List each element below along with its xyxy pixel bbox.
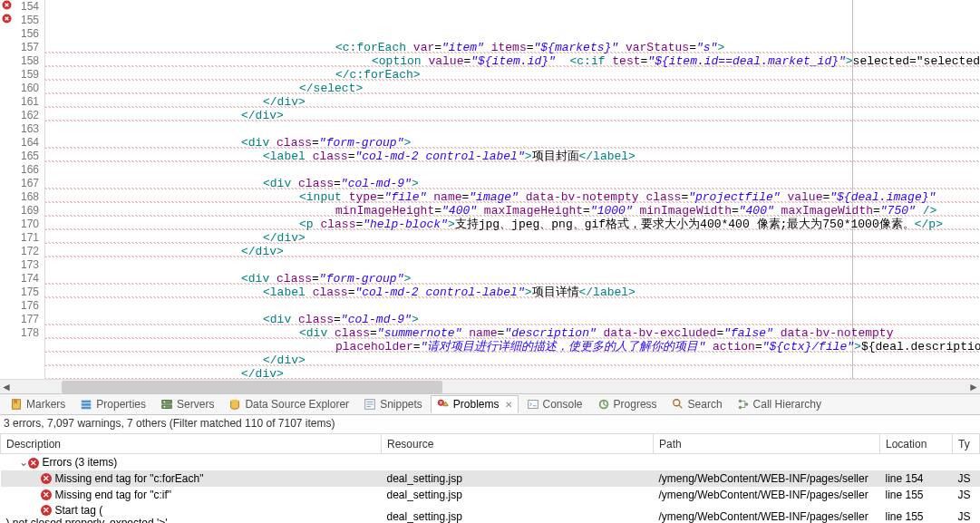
gutter-line[interactable]: 172 — [0, 245, 39, 258]
problems-group-row[interactable]: ⌄✕Errors (3 items) — [1, 454, 980, 470]
tab-servers[interactable]: Servers — [154, 395, 220, 413]
scrollbar-track[interactable] — [25, 381, 955, 393]
column-header[interactable]: Location — [880, 434, 953, 454]
gutter-line[interactable]: 159 — [0, 68, 39, 82]
code-line[interactable]: minImageHeight="400" maxImageHeight="100… — [45, 204, 980, 218]
code-line[interactable] — [45, 258, 980, 272]
tab-label: Progress — [614, 398, 657, 411]
scrollbar-thumb[interactable] — [62, 381, 442, 393]
code-line[interactable]: </div> — [45, 231, 980, 245]
problem-type: JS — [953, 487, 980, 503]
problem-desc: Missing end tag for "c:if" — [55, 489, 172, 501]
column-header[interactable]: Resource — [382, 434, 654, 454]
code-line[interactable]: </div> — [45, 367, 980, 379]
code-line[interactable]: <div class="form-group"> — [45, 272, 980, 286]
scroll-right-arrow[interactable]: ► — [967, 381, 980, 393]
gutter-line[interactable]: 170 — [0, 218, 39, 231]
gutter-line[interactable]: 154 — [0, 0, 39, 14]
gutter-line[interactable]: 171 — [0, 231, 39, 245]
svg-point-16 — [738, 400, 742, 403]
gutter-line[interactable]: 164 — [0, 136, 39, 150]
code-line[interactable]: </div> — [45, 245, 980, 258]
problems-row[interactable]: ✕Start tag () not closed properly, expec… — [1, 503, 980, 524]
tab-dse[interactable]: Data Source Explorer — [222, 395, 355, 413]
code-line[interactable]: placeholder="请对项目进行详细的描述，使更多的人了解你的项目" ac… — [45, 340, 980, 354]
code-line[interactable] — [45, 122, 980, 136]
close-icon[interactable]: ✕ — [505, 400, 512, 410]
code-line[interactable]: </div> — [45, 354, 980, 367]
problems-row[interactable]: ✕Missing end tag for "c:if"deal_setting.… — [1, 487, 980, 503]
snip-icon — [364, 398, 376, 411]
gutter-line[interactable]: 160 — [0, 82, 39, 95]
problem-type: JS — [953, 470, 980, 487]
server-icon — [160, 398, 173, 411]
gutter-line[interactable]: 161 — [0, 95, 39, 109]
column-header[interactable]: Description — [1, 434, 382, 454]
code-line[interactable]: <div class="col-md-9"> — [45, 313, 980, 326]
gutter-line[interactable]: 176 — [0, 299, 39, 313]
tab-markers[interactable]: Markers — [4, 395, 72, 413]
tab-properties[interactable]: Properties — [73, 395, 152, 413]
gutter-line[interactable]: 157 — [0, 41, 39, 54]
gutter-line[interactable]: 155 — [0, 14, 39, 27]
error-marker-icon[interactable] — [2, 0, 12, 14]
gutter-line[interactable]: 169 — [0, 204, 39, 218]
gutter-line[interactable]: 163 — [0, 122, 39, 136]
code-line[interactable]: <input type="file" name="image" data-bv-… — [45, 190, 980, 204]
code-editor[interactable]: 1541551561571581591601611621631641651661… — [0, 0, 980, 379]
code-line[interactable]: <p class="help-block">支持jpg、jpeg、png、gif… — [45, 218, 980, 231]
column-header[interactable]: Ty — [953, 434, 980, 454]
tab-callh[interactable]: Call Hierarchy — [731, 395, 828, 413]
code-line[interactable]: <c:forEach var="item" items="${markets}"… — [45, 41, 980, 54]
db-icon — [228, 398, 241, 411]
problem-path: /ymeng/WebContent/WEB-INF/pages/seller — [654, 470, 880, 487]
scroll-left-arrow[interactable]: ◄ — [0, 381, 13, 393]
code-line[interactable]: <label class="col-md-2 control-label">项目… — [45, 150, 980, 163]
gutter-line[interactable]: 175 — [0, 286, 39, 299]
code-line[interactable]: <div class="summernote" name="descriptio… — [45, 326, 980, 340]
tab-problems[interactable]: Problems✕ — [431, 395, 519, 413]
gutter-line[interactable]: 174 — [0, 272, 39, 286]
code-line[interactable]: <div class="form-group"> — [45, 136, 980, 150]
gutter-line[interactable]: 167 — [0, 177, 39, 190]
svg-point-17 — [744, 402, 748, 406]
problem-resource: deal_setting.jsp — [382, 503, 654, 524]
problem-location: line 154 — [880, 470, 953, 487]
console-icon — [527, 398, 539, 411]
horizontal-scrollbar[interactable]: ◄ ► — [0, 379, 980, 393]
editor-content[interactable]: <c:forEach var="item" items="${markets}"… — [45, 0, 980, 379]
svg-rect-4 — [82, 403, 92, 406]
gutter-line[interactable]: 156 — [0, 27, 39, 41]
error-icon: ✕ — [28, 458, 39, 469]
gutter-line[interactable]: 178 — [0, 326, 39, 340]
tab-label: Console — [543, 398, 583, 411]
code-line[interactable]: </div> — [45, 109, 980, 122]
editor-gutter[interactable]: 1541551561571581591601611621631641651661… — [0, 0, 45, 379]
tab-search[interactable]: Search — [665, 395, 729, 413]
tab-snippets[interactable]: Snippets — [357, 395, 429, 413]
problems-row[interactable]: ✕Missing end tag for "c:forEach"deal_set… — [1, 470, 980, 487]
gutter-line[interactable]: 173 — [0, 258, 39, 272]
chevron-down-icon[interactable]: ⌄ — [19, 456, 28, 469]
error-marker-icon[interactable] — [2, 14, 12, 27]
code-line[interactable] — [45, 299, 980, 313]
gutter-line[interactable]: 165 — [0, 150, 39, 163]
gutter-line[interactable]: 168 — [0, 190, 39, 204]
tab-progress[interactable]: Progress — [591, 395, 664, 413]
gutter-line[interactable]: 166 — [0, 163, 39, 177]
problems-table[interactable]: DescriptionResourcePathLocationTy ⌄✕Erro… — [0, 433, 980, 523]
code-line[interactable]: </c:forEach> — [45, 68, 980, 82]
code-line[interactable]: </select> — [45, 82, 980, 95]
problems-table-container: DescriptionResourcePathLocationTy ⌄✕Erro… — [0, 433, 980, 523]
gutter-line[interactable]: 158 — [0, 54, 39, 68]
code-line[interactable]: <div class="col-md-9"> — [45, 177, 980, 190]
code-line[interactable]: <option value="${item.id}" <c:if test="$… — [45, 54, 980, 68]
code-line[interactable]: <label class="col-md-2 control-label">项目… — [45, 286, 980, 299]
code-line[interactable] — [45, 163, 980, 177]
gutter-line[interactable]: 177 — [0, 313, 39, 326]
gutter-line[interactable]: 162 — [0, 109, 39, 122]
code-line[interactable]: </div> — [45, 95, 980, 109]
tab-console[interactable]: Console — [520, 395, 589, 413]
tab-label: Call Hierarchy — [753, 398, 821, 411]
column-header[interactable]: Path — [654, 434, 880, 454]
